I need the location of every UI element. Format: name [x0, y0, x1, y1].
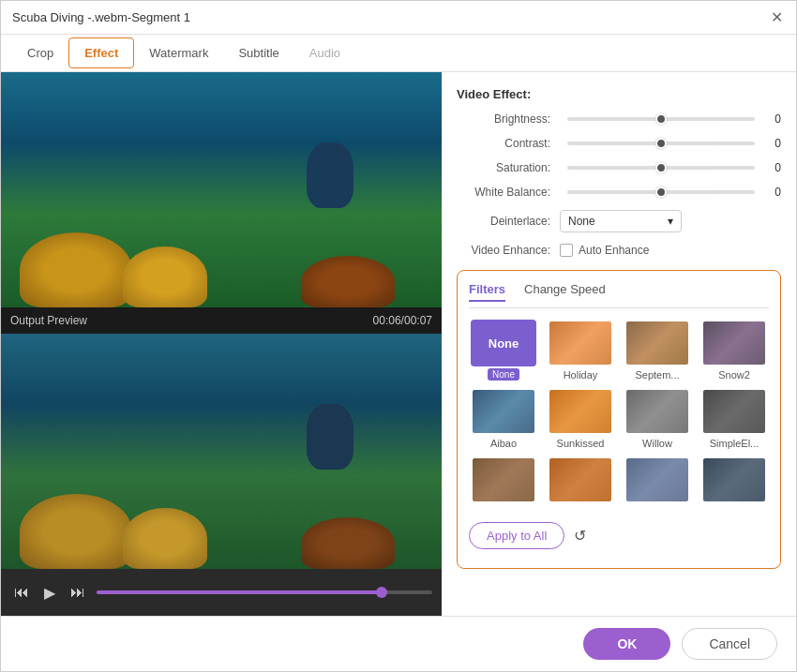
filter-holiday[interactable]: Holiday	[546, 320, 615, 381]
brightness-slider-track	[567, 117, 755, 121]
saturation-thumb	[655, 162, 667, 173]
brightness-value: 0	[762, 112, 781, 126]
filter-row3a-thumb	[471, 456, 536, 503]
tab-subtitle[interactable]: Subtitle	[223, 38, 293, 67]
filter-aibao-name: Aibao	[490, 438, 517, 449]
deinterlace-value: None	[568, 215, 595, 228]
filters-tabs: Filters Change Speed	[469, 282, 769, 308]
filter-row3d-thumb	[701, 456, 767, 503]
right-panel: Video Effect: Brightness: 0 Contrast:	[442, 72, 796, 616]
progress-thumb[interactable]	[376, 587, 387, 598]
next-button[interactable]: ⏭	[67, 580, 89, 605]
filter-aibao[interactable]: Aibao	[469, 388, 538, 449]
row3c-img	[626, 458, 688, 501]
coral-decoration-1	[20, 232, 132, 307]
footer-actions: OK Cancel	[1, 616, 796, 671]
filter-row3a[interactable]	[469, 456, 538, 503]
tab-watermark[interactable]: Watermark	[134, 38, 223, 67]
filter-none[interactable]: None None	[469, 320, 538, 381]
tab-filters[interactable]: Filters	[469, 282, 505, 302]
tab-audio: Audio	[294, 38, 355, 67]
filter-sunkissed-thumb	[548, 388, 613, 435]
close-button[interactable]: ✕	[768, 9, 785, 26]
auto-enhance-label: Auto Enhance	[579, 244, 649, 257]
tab-effect[interactable]: Effect	[68, 37, 134, 68]
filter-simpleel[interactable]: SimpleEl...	[699, 388, 769, 449]
bottom-underwater-scene	[1, 334, 442, 569]
filters-grid: None None Holiday	[469, 320, 769, 503]
top-underwater-scene	[1, 72, 442, 307]
snow2-img	[703, 321, 765, 365]
white-balance-value: 0	[762, 186, 781, 199]
contrast-row: Contrast: 0	[457, 137, 781, 150]
bottom-diver	[307, 404, 353, 470]
left-panel: Output Preview 00:06/00:07 ⏮ ▶ ⏭	[1, 72, 442, 616]
filter-row3c[interactable]	[623, 456, 692, 503]
brightness-thumb	[655, 113, 667, 125]
filter-row3d[interactable]	[699, 456, 769, 503]
white-balance-thumb	[655, 187, 667, 198]
filter-row3c-thumb	[624, 456, 690, 503]
tab-crop[interactable]: Crop	[12, 38, 68, 67]
prev-button[interactable]: ⏮	[10, 580, 33, 605]
saturation-value: 0	[762, 161, 781, 174]
filter-willow-name: Willow	[642, 438, 672, 449]
bottom-coral-2	[123, 508, 207, 569]
play-button[interactable]: ▶	[40, 580, 59, 605]
coral-decoration-2	[123, 246, 207, 307]
filter-sunkissed-name: Sunkissed	[557, 438, 605, 449]
brightness-row: Brightness: 0	[457, 112, 781, 126]
chevron-down-icon: ▾	[668, 215, 673, 228]
sunkissed-img	[549, 390, 611, 433]
filter-september[interactable]: Septem...	[623, 320, 692, 381]
deinterlace-label: Deinterlace:	[457, 215, 560, 228]
filter-holiday-name: Holiday	[564, 369, 598, 381]
white-balance-slider-track	[567, 190, 755, 194]
output-preview-label: Output Preview	[10, 314, 87, 327]
row3a-img	[473, 458, 534, 501]
filter-willow-thumb	[624, 388, 690, 435]
row3d-img	[703, 458, 765, 501]
bottom-coral-1	[20, 494, 132, 569]
simpleel-img	[703, 390, 765, 433]
white-balance-row: White Balance: 0	[457, 186, 781, 199]
main-window: Scuba Diving -.webm-Segment 1 ✕ Crop Eff…	[0, 0, 797, 672]
bottom-coral-3	[301, 517, 395, 569]
ok-button[interactable]: OK	[583, 628, 670, 660]
apply-all-button[interactable]: Apply to All	[469, 522, 564, 549]
bottom-actions: Apply to All ↺	[469, 515, 769, 557]
september-img	[626, 321, 688, 365]
filter-sunkissed[interactable]: Sunkissed	[546, 388, 615, 449]
progress-bar[interactable]	[97, 590, 432, 594]
video-effect-title: Video Effect:	[457, 87, 781, 101]
auto-enhance-checkbox[interactable]	[560, 244, 573, 257]
window-title: Scuba Diving -.webm-Segment 1	[12, 10, 190, 24]
diver-figure	[307, 142, 353, 208]
holiday-img	[549, 321, 611, 365]
enhance-label: Video Enhance:	[457, 244, 560, 257]
contrast-thumb	[655, 138, 667, 149]
filters-box: Filters Change Speed None None	[457, 270, 781, 569]
tab-bar: Crop Effect Watermark Subtitle Audio	[1, 35, 796, 72]
refresh-button[interactable]: ↺	[574, 527, 586, 545]
filter-row3b[interactable]	[546, 456, 615, 503]
deinterlace-select[interactable]: None ▾	[560, 210, 682, 232]
filter-none-badge: None	[488, 368, 519, 381]
deinterlace-row: Deinterlace: None ▾	[457, 210, 781, 232]
video-top-preview	[1, 72, 442, 307]
video-time-display: 00:06/00:07	[373, 314, 432, 327]
filter-willow[interactable]: Willow	[623, 388, 692, 449]
saturation-label: Saturation:	[457, 161, 560, 174]
enhance-row: Video Enhance: Auto Enhance	[457, 244, 781, 257]
controls-bar: ⏮ ▶ ⏭	[1, 569, 442, 616]
tab-change-speed[interactable]: Change Speed	[524, 282, 606, 302]
filter-simpleel-name: SimpleEl...	[710, 438, 759, 449]
white-balance-label: White Balance:	[457, 186, 560, 199]
cancel-button[interactable]: Cancel	[682, 628, 777, 660]
filter-snow2-thumb	[701, 320, 767, 366]
contrast-slider-track	[567, 142, 755, 145]
contrast-label: Contrast:	[457, 137, 560, 150]
filter-snow2[interactable]: Snow2	[699, 320, 769, 381]
filter-simpleel-thumb	[701, 388, 767, 435]
video-bottom-preview	[1, 334, 442, 569]
